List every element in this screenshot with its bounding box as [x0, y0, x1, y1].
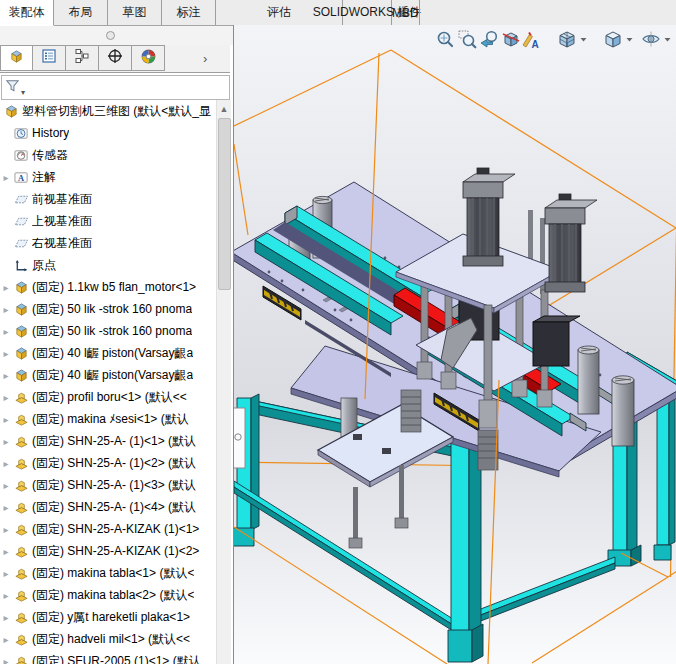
tree-item-icon [12, 390, 30, 405]
color-wheel-icon [140, 48, 157, 69]
tree-item[interactable]: ▸ (固定) profil boru<1> (默认<< [0, 386, 216, 408]
tree-item[interactable]: ▸ (固定) SHN-25-A- (1)<3> (默认 [0, 474, 216, 496]
ribbon-tab-bar: 装配体 布局 草图 标注 评估 SOLIDWORKS 插件 MBD [0, 0, 676, 26]
feature-tree: 塑料管切割机三维图 (默认<默认_显 History 传感器 [0, 100, 216, 664]
display-style-dropdown-icon[interactable] [625, 29, 634, 49]
tree-item[interactable]: ▸ (固定) SFUR-2005 (1)<1> (默认 [0, 650, 216, 664]
expand-arrow-icon[interactable]: ▸ [0, 634, 12, 645]
expand-arrow-icon[interactable]: ▸ [0, 370, 12, 381]
ribbon-tab[interactable]: SOLIDWORKS 插件 [343, 0, 392, 25]
tree-root-item[interactable]: 塑料管切割机三维图 (默认<默认_显 [0, 100, 216, 122]
tree-item[interactable]: ▸ (固定) 50 lik -strok 160 pnoma [0, 298, 216, 320]
svg-text:A: A [531, 39, 538, 50]
expand-arrow-icon[interactable]: ▸ [0, 590, 12, 601]
collapse-pill-icon[interactable] [106, 31, 115, 40]
expand-arrow-icon[interactable]: ▸ [0, 568, 12, 579]
tree-item[interactable]: ▸ (固定) hadveli mil<1> (默认<< [0, 628, 216, 650]
tree-item[interactable]: 传感器 [0, 144, 216, 166]
expand-arrow-icon[interactable]: ▸ [0, 458, 12, 469]
tree-item-label: (固定) SFUR-2005 (1)<1> (默认 [32, 653, 201, 664]
expand-arrow-icon[interactable]: ▸ [0, 348, 12, 359]
expand-arrow-icon[interactable]: ▸ [0, 414, 12, 425]
tree-item[interactable]: ▸ (固定) SHN-25-A-KIZAK (1)<2> [0, 540, 216, 562]
view-orientation-dropdown-icon[interactable] [579, 29, 588, 49]
expand-arrow-icon[interactable]: ▸ [0, 656, 12, 664]
zoom-to-fit-icon[interactable] [435, 29, 455, 49]
ribbon-tab[interactable]: 装配体 [0, 0, 54, 26]
tree-item[interactable]: ▸ (固定) makina tabla<1> (默认< [0, 562, 216, 584]
tab-dimxpertmanager[interactable] [99, 45, 132, 71]
tree-item-icon [12, 126, 30, 141]
expand-arrow-icon[interactable]: ▸ [0, 392, 12, 403]
previous-view-icon[interactable] [479, 29, 499, 49]
expand-arrow-icon[interactable]: ▸ [0, 546, 12, 557]
tab-propertymanager[interactable] [33, 45, 66, 71]
edit-appearance-icon[interactable]: A [520, 29, 540, 49]
tree-item[interactable]: ▸ (固定) y厲t hareketli plaka<1> [0, 606, 216, 628]
display-style-icon[interactable] [603, 29, 623, 49]
heads-up-view-toolbar: A [234, 25, 676, 55]
view-orientation-icon[interactable] [557, 29, 577, 49]
tree-item[interactable]: 原点 [0, 254, 216, 276]
tree-item[interactable]: ▸ (固定) SHN-25-A- (1)<4> (默认 [0, 496, 216, 518]
expand-arrow-icon[interactable]: ▸ [0, 326, 12, 337]
tree-filter-input[interactable] [29, 78, 229, 98]
zoom-to-area-icon[interactable] [457, 29, 477, 49]
filter-caret-icon[interactable]: ▾ [21, 88, 25, 97]
tree-item[interactable]: ▸ (固定) makina tabla<2> (默认< [0, 584, 216, 606]
tree-item-icon [12, 500, 30, 515]
tree-scrollbar[interactable]: ▲ [216, 100, 231, 664]
svg-text:A: A [17, 172, 24, 182]
tree-item-icon [12, 258, 30, 273]
ribbon-tab[interactable]: MBD [392, 0, 420, 25]
tree-item-icon [12, 478, 30, 493]
tree-item[interactable]: 上视基准面 [0, 210, 216, 232]
tree-item-label: (固定) SHN-25-A- (1)<4> (默认 [32, 499, 196, 516]
machine-3d-model[interactable] [234, 25, 676, 664]
ribbon-tab[interactable]: 草图 [108, 0, 162, 25]
ribbon-tab[interactable]: 标注 [162, 0, 216, 25]
tree-item[interactable]: ▸ (固定) SHN-25-A- (1)<2> (默认 [0, 452, 216, 474]
tree-item-label: 上视基准面 [32, 213, 92, 230]
expand-arrow-icon[interactable]: ▸ [0, 612, 12, 623]
tree-item[interactable]: ▸ (固定) makina ﾒsesi<1> (默认 [0, 408, 216, 430]
tree-item-icon [12, 214, 30, 229]
graphics-viewport[interactable]: A [233, 25, 676, 664]
tab-displaymanager[interactable] [132, 45, 165, 71]
hide-show-items-icon[interactable] [641, 29, 661, 49]
tree-item[interactable]: 前视基准面 [0, 188, 216, 210]
expand-arrow-icon[interactable]: ▸ [0, 282, 12, 293]
section-view-icon[interactable] [501, 29, 521, 49]
expand-arrow-icon[interactable]: ▸ [0, 304, 12, 315]
side-plate [234, 408, 245, 468]
tree-item-label: (固定) SHN-25-A- (1)<2> (默认 [32, 455, 196, 472]
tree-item[interactable]: ▸ (固定) 40 l齷 piston(Varsay齦a [0, 364, 216, 386]
tree-item-icon [12, 522, 30, 537]
filter-funnel-icon[interactable] [5, 78, 20, 97]
expand-arrow-icon[interactable]: ▸ [0, 480, 12, 491]
expand-arrow-icon[interactable]: ▸ [0, 436, 12, 447]
tree-item-icon [12, 280, 30, 295]
tree-item[interactable]: 右视基准面 [0, 232, 216, 254]
tree-item[interactable]: ▸ (固定) 40 l齷 piston(Varsay齦a [0, 342, 216, 364]
tree-item[interactable]: ▸ (固定) 1.1kw b5 flan_motor<1> [0, 276, 216, 298]
tree-item-icon [12, 324, 30, 339]
scroll-up-arrow-icon[interactable]: ▲ [217, 102, 231, 116]
panel-tabs-overflow-button[interactable]: › [203, 45, 207, 72]
tree-item[interactable]: ▸ (固定) SHN-25-A- (1)<1> (默认 [0, 430, 216, 452]
commandmanager-strip [0, 26, 233, 45]
tree-item-icon [12, 192, 30, 207]
scrollbar-thumb[interactable] [218, 118, 231, 290]
tab-configurationmanager[interactable] [66, 45, 99, 71]
ribbon-tab[interactable]: 布局 [54, 0, 108, 25]
expand-arrow-icon[interactable]: ▸ [0, 524, 12, 535]
tree-item[interactable]: History [0, 122, 216, 144]
crosshair-icon [107, 48, 123, 68]
hide-show-dropdown-icon[interactable] [663, 29, 672, 49]
expand-arrow-icon[interactable]: ▸ [0, 172, 12, 183]
tab-featuremanager-design-tree[interactable] [0, 45, 33, 71]
tree-item[interactable]: ▸ (固定) SHN-25-A-KIZAK (1)<1> [0, 518, 216, 540]
expand-arrow-icon[interactable]: ▸ [0, 502, 12, 513]
tree-item[interactable]: ▸ (固定) 50 lik -strok 160 pnoma [0, 320, 216, 342]
tree-item[interactable]: ▸ A 注解 [0, 166, 216, 188]
